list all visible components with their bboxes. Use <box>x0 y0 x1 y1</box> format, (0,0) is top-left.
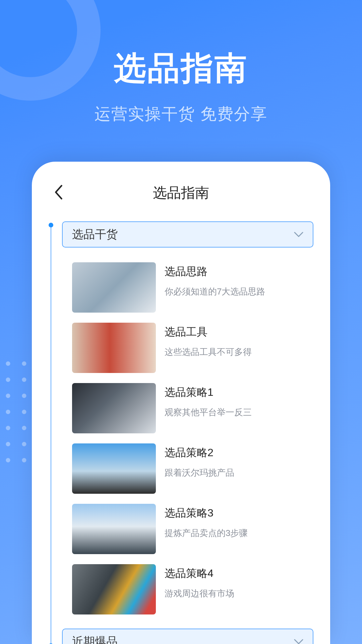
chevron-left-icon <box>54 185 63 201</box>
list-item-meta: 选品策略2 跟着沃尔玛挑产品 <box>165 443 234 479</box>
section-label: 选品干货 <box>72 227 118 242</box>
timeline-rail <box>51 225 51 644</box>
section-header-selection-tips[interactable]: 选品干货 <box>62 221 313 248</box>
list-item-title: 选品思路 <box>165 264 265 279</box>
timeline-dot <box>49 223 53 227</box>
list-item-desc: 游戏周边很有市场 <box>165 588 234 599</box>
list-item-meta: 选品工具 这些选品工具不可多得 <box>165 323 252 358</box>
thumbnail <box>72 323 156 373</box>
timeline: 选品干货 选品思路 你必须知道的7大选品思路 选品工具 这些选品工具不可多得 <box>49 221 313 644</box>
list-item-meta: 选品思路 你必须知道的7大选品思路 <box>165 262 265 298</box>
list-item-desc: 你必须知道的7大选品思路 <box>165 286 265 298</box>
list-item-title: 选品策略1 <box>165 385 252 400</box>
chevron-down-icon <box>294 232 303 237</box>
list-item[interactable]: 选品策略4 游戏周边很有市场 <box>62 559 313 620</box>
hero: 选品指南 运营实操干货 免费分享 <box>0 0 362 125</box>
list-item-meta: 选品策略3 提炼产品卖点的3步骤 <box>165 504 248 539</box>
article-list: 选品思路 你必须知道的7大选品思路 选品工具 这些选品工具不可多得 选品策略1 … <box>62 258 313 620</box>
thumbnail <box>72 564 156 614</box>
list-item[interactable]: 选品工具 这些选品工具不可多得 <box>62 318 313 378</box>
list-item-desc: 提炼产品卖点的3步骤 <box>165 527 248 539</box>
list-item-desc: 跟着沃尔玛挑产品 <box>165 467 234 479</box>
list-item-desc: 这些选品工具不可多得 <box>165 346 252 358</box>
section-header-recent-hot[interactable]: 近期爆品 <box>62 629 313 644</box>
list-item-title: 选品策略3 <box>165 506 248 521</box>
hero-subtitle: 运营实操干货 免费分享 <box>0 103 362 125</box>
list-item-title: 选品策略4 <box>165 566 234 581</box>
list-item[interactable]: 选品策略3 提炼产品卖点的3步骤 <box>62 499 313 559</box>
list-item-meta: 选品策略1 观察其他平台举一反三 <box>165 383 252 418</box>
thumbnail <box>72 443 156 494</box>
thumbnail <box>72 262 156 313</box>
list-item-desc: 观察其他平台举一反三 <box>165 407 252 418</box>
list-item-meta: 选品策略4 游戏周边很有市场 <box>165 564 234 599</box>
section-label: 近期爆品 <box>72 634 118 644</box>
hero-title: 选品指南 <box>0 47 362 91</box>
appbar: 选品指南 <box>49 181 313 205</box>
phone-frame: 选品指南 选品干货 选品思路 你必须知道的7大选品思路 选品工具 <box>32 162 330 644</box>
thumbnail <box>72 504 156 554</box>
list-item-title: 选品工具 <box>165 325 252 339</box>
list-item[interactable]: 选品策略2 跟着沃尔玛挑产品 <box>62 439 313 499</box>
list-item[interactable]: 选品策略1 观察其他平台举一反三 <box>62 378 313 439</box>
appbar-title: 选品指南 <box>153 183 209 202</box>
list-item[interactable]: 选品思路 你必须知道的7大选品思路 <box>62 258 313 318</box>
list-item-title: 选品策略2 <box>165 445 234 460</box>
back-button[interactable] <box>49 183 69 203</box>
thumbnail <box>72 383 156 433</box>
chevron-down-icon <box>294 639 303 644</box>
